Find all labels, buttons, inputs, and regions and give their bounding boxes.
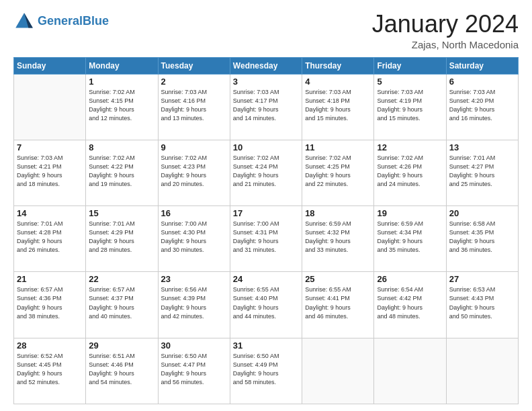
day-info: Sunrise: 7:01 AMSunset: 4:28 PMDaylight:… bbox=[17, 220, 83, 255]
calendar-body: 1Sunrise: 7:02 AMSunset: 4:15 PMDaylight… bbox=[14, 74, 519, 404]
col-thursday: Thursday bbox=[302, 57, 374, 74]
day-info: Sunrise: 7:01 AMSunset: 4:27 PMDaylight:… bbox=[449, 154, 515, 189]
calendar-cell bbox=[302, 338, 374, 404]
day-number: 12 bbox=[377, 142, 443, 152]
calendar-cell: 26Sunrise: 6:54 AMSunset: 4:42 PMDayligh… bbox=[374, 272, 446, 338]
calendar-cell: 8Sunrise: 7:02 AMSunset: 4:22 PMDaylight… bbox=[86, 140, 158, 205]
calendar-cell: 5Sunrise: 7:03 AMSunset: 4:19 PMDaylight… bbox=[374, 74, 446, 140]
day-number: 3 bbox=[233, 77, 299, 87]
day-number: 11 bbox=[305, 142, 371, 152]
calendar-cell: 14Sunrise: 7:01 AMSunset: 4:28 PMDayligh… bbox=[14, 206, 86, 272]
day-info: Sunrise: 6:52 AMSunset: 4:45 PMDaylight:… bbox=[17, 352, 83, 387]
day-number: 9 bbox=[161, 142, 227, 152]
calendar-cell: 7Sunrise: 7:03 AMSunset: 4:21 PMDaylight… bbox=[14, 140, 86, 205]
calendar-week-3: 14Sunrise: 7:01 AMSunset: 4:28 PMDayligh… bbox=[14, 206, 519, 272]
calendar-cell: 27Sunrise: 6:53 AMSunset: 4:43 PMDayligh… bbox=[446, 272, 518, 338]
location: Zajas, North Macedonia bbox=[372, 39, 519, 50]
logo-icon bbox=[13, 11, 35, 32]
calendar-cell bbox=[374, 338, 446, 404]
day-info: Sunrise: 6:50 AMSunset: 4:47 PMDaylight:… bbox=[161, 352, 227, 387]
calendar-cell: 31Sunrise: 6:50 AMSunset: 4:49 PMDayligh… bbox=[230, 338, 302, 404]
day-number: 31 bbox=[233, 340, 299, 351]
day-number: 21 bbox=[17, 274, 83, 284]
calendar-cell: 18Sunrise: 6:59 AMSunset: 4:32 PMDayligh… bbox=[302, 206, 374, 272]
day-number: 13 bbox=[449, 142, 515, 152]
day-info: Sunrise: 6:59 AMSunset: 4:32 PMDaylight:… bbox=[305, 220, 371, 255]
calendar-cell: 17Sunrise: 7:00 AMSunset: 4:31 PMDayligh… bbox=[230, 206, 302, 272]
day-number: 17 bbox=[233, 208, 299, 218]
calendar-cell bbox=[446, 338, 518, 404]
calendar-header: Sunday Monday Tuesday Wednesday Thursday… bbox=[14, 57, 519, 74]
calendar-cell: 11Sunrise: 7:02 AMSunset: 4:25 PMDayligh… bbox=[302, 140, 374, 205]
col-tuesday: Tuesday bbox=[158, 57, 230, 74]
day-number: 14 bbox=[17, 208, 83, 218]
day-number: 19 bbox=[377, 208, 443, 218]
day-number: 1 bbox=[89, 77, 154, 87]
day-info: Sunrise: 7:02 AMSunset: 4:22 PMDaylight:… bbox=[89, 154, 154, 189]
calendar-cell: 2Sunrise: 7:03 AMSunset: 4:16 PMDaylight… bbox=[158, 74, 230, 140]
calendar-cell: 6Sunrise: 7:03 AMSunset: 4:20 PMDaylight… bbox=[446, 74, 518, 140]
logo-text: GeneralBlue bbox=[38, 15, 109, 28]
calendar-cell: 12Sunrise: 7:02 AMSunset: 4:26 PMDayligh… bbox=[374, 140, 446, 205]
calendar-cell: 15Sunrise: 7:01 AMSunset: 4:29 PMDayligh… bbox=[86, 206, 158, 272]
day-info: Sunrise: 6:57 AMSunset: 4:37 PMDaylight:… bbox=[89, 285, 154, 320]
day-info: Sunrise: 7:03 AMSunset: 4:20 PMDaylight:… bbox=[449, 88, 515, 123]
day-info: Sunrise: 6:55 AMSunset: 4:41 PMDaylight:… bbox=[305, 285, 371, 320]
calendar-cell: 30Sunrise: 6:50 AMSunset: 4:47 PMDayligh… bbox=[158, 338, 230, 404]
page: GeneralBlue January 2024 Zajas, North Ma… bbox=[0, 0, 532, 411]
day-number: 23 bbox=[161, 274, 227, 284]
day-info: Sunrise: 6:53 AMSunset: 4:43 PMDaylight:… bbox=[449, 285, 515, 320]
header: GeneralBlue January 2024 Zajas, North Ma… bbox=[13, 11, 519, 50]
logo: GeneralBlue bbox=[13, 11, 109, 32]
day-number: 28 bbox=[17, 340, 83, 351]
day-number: 5 bbox=[377, 77, 443, 87]
day-info: Sunrise: 6:59 AMSunset: 4:34 PMDaylight:… bbox=[377, 220, 443, 255]
day-info: Sunrise: 6:55 AMSunset: 4:40 PMDaylight:… bbox=[233, 285, 299, 320]
day-number: 4 bbox=[305, 77, 371, 87]
day-info: Sunrise: 7:03 AMSunset: 4:17 PMDaylight:… bbox=[233, 88, 299, 123]
calendar-cell: 25Sunrise: 6:55 AMSunset: 4:41 PMDayligh… bbox=[302, 272, 374, 338]
calendar: Sunday Monday Tuesday Wednesday Thursday… bbox=[13, 57, 519, 404]
calendar-cell: 24Sunrise: 6:55 AMSunset: 4:40 PMDayligh… bbox=[230, 272, 302, 338]
calendar-cell: 20Sunrise: 6:58 AMSunset: 4:35 PMDayligh… bbox=[446, 206, 518, 272]
day-info: Sunrise: 7:03 AMSunset: 4:19 PMDaylight:… bbox=[377, 88, 443, 123]
calendar-cell: 19Sunrise: 6:59 AMSunset: 4:34 PMDayligh… bbox=[374, 206, 446, 272]
day-info: Sunrise: 7:01 AMSunset: 4:29 PMDaylight:… bbox=[89, 220, 154, 255]
calendar-cell bbox=[14, 74, 86, 140]
day-number: 18 bbox=[305, 208, 371, 218]
day-info: Sunrise: 6:50 AMSunset: 4:49 PMDaylight:… bbox=[233, 352, 299, 387]
day-info: Sunrise: 6:51 AMSunset: 4:46 PMDaylight:… bbox=[89, 352, 154, 387]
calendar-cell: 29Sunrise: 6:51 AMSunset: 4:46 PMDayligh… bbox=[86, 338, 158, 404]
day-number: 30 bbox=[161, 340, 227, 351]
col-monday: Monday bbox=[86, 57, 158, 74]
day-number: 27 bbox=[449, 274, 515, 284]
day-number: 22 bbox=[89, 274, 154, 284]
day-number: 24 bbox=[233, 274, 299, 284]
day-info: Sunrise: 6:58 AMSunset: 4:35 PMDaylight:… bbox=[449, 220, 515, 255]
day-info: Sunrise: 7:00 AMSunset: 4:30 PMDaylight:… bbox=[161, 220, 227, 255]
calendar-week-4: 21Sunrise: 6:57 AMSunset: 4:36 PMDayligh… bbox=[14, 272, 519, 338]
day-info: Sunrise: 6:56 AMSunset: 4:39 PMDaylight:… bbox=[161, 285, 227, 320]
title-block: January 2024 Zajas, North Macedonia bbox=[372, 11, 519, 50]
day-info: Sunrise: 7:02 AMSunset: 4:15 PMDaylight:… bbox=[89, 88, 154, 123]
day-info: Sunrise: 7:03 AMSunset: 4:21 PMDaylight:… bbox=[17, 154, 83, 189]
calendar-cell: 22Sunrise: 6:57 AMSunset: 4:37 PMDayligh… bbox=[86, 272, 158, 338]
month-title: January 2024 bbox=[372, 11, 519, 38]
col-sunday: Sunday bbox=[14, 57, 86, 74]
day-number: 8 bbox=[89, 142, 154, 152]
calendar-cell: 16Sunrise: 7:00 AMSunset: 4:30 PMDayligh… bbox=[158, 206, 230, 272]
day-number: 2 bbox=[161, 77, 227, 87]
calendar-week-1: 1Sunrise: 7:02 AMSunset: 4:15 PMDaylight… bbox=[14, 74, 519, 140]
day-number: 10 bbox=[233, 142, 299, 152]
calendar-cell: 21Sunrise: 6:57 AMSunset: 4:36 PMDayligh… bbox=[14, 272, 86, 338]
day-info: Sunrise: 6:57 AMSunset: 4:36 PMDaylight:… bbox=[17, 285, 83, 320]
day-info: Sunrise: 6:54 AMSunset: 4:42 PMDaylight:… bbox=[377, 285, 443, 320]
calendar-cell: 4Sunrise: 7:03 AMSunset: 4:18 PMDaylight… bbox=[302, 74, 374, 140]
day-info: Sunrise: 7:02 AMSunset: 4:25 PMDaylight:… bbox=[305, 154, 371, 189]
day-info: Sunrise: 7:02 AMSunset: 4:26 PMDaylight:… bbox=[377, 154, 443, 189]
day-number: 26 bbox=[377, 274, 443, 284]
day-number: 25 bbox=[305, 274, 371, 284]
calendar-week-5: 28Sunrise: 6:52 AMSunset: 4:45 PMDayligh… bbox=[14, 338, 519, 404]
col-friday: Friday bbox=[374, 57, 446, 74]
col-wednesday: Wednesday bbox=[230, 57, 302, 74]
